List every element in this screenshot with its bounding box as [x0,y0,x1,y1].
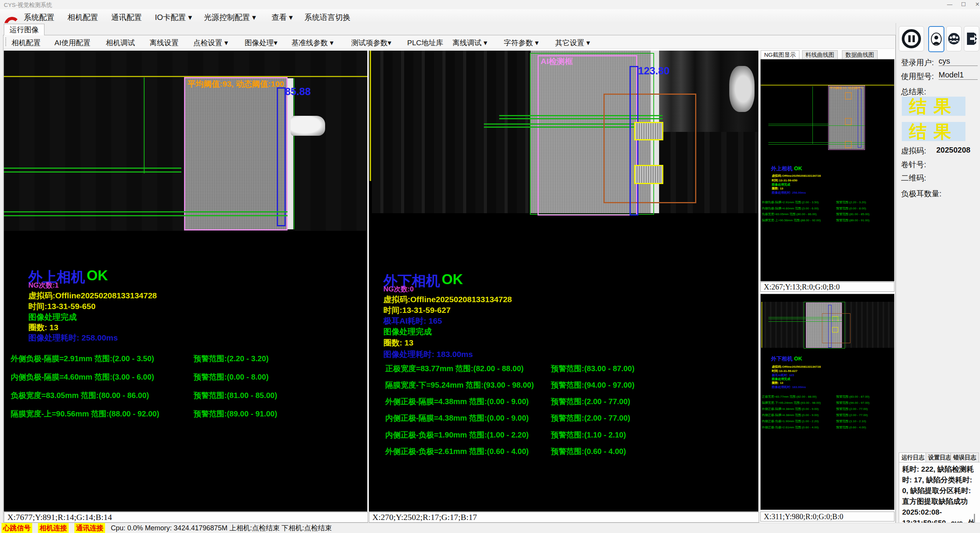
edge-line-yellow [370,51,371,181]
measurement-row: 负极宽度=83.05mm 范围:(80.00 - 86.00) [11,390,149,401]
mini-measurement: 内侧正极-负极=1.90mm 范围:(1.00 - 2.20) [762,419,819,423]
mini-time: 时间:13-31-59-627 [772,369,797,373]
tool-other-settings[interactable]: 其它设置 ▾ [554,37,592,49]
log-line: 耗时: 222, 缺陷检测耗时: 17, 缺陷分类耗时: 0, 缺陷提取分区耗时… [902,464,979,507]
menu-io-config[interactable]: IO卡配置 ▾ [153,12,194,23]
menu-camera-config[interactable]: 相机配置 [66,12,100,23]
right-camera-view[interactable]: AI检测框 123.80 外下相机 OK NG次数:0 虚拟码:Offline2… [369,51,758,512]
toolbar-grip-handle[interactable] [5,38,7,46]
tab-run-image[interactable]: 运行图像 [4,24,44,36]
measurement-warn: 预警范围:(0.00 - 8.00) [194,372,269,382]
tool-ai-config[interactable]: AI使用配置 [53,37,92,49]
tool-image-process[interactable]: 图像处理▾ [243,37,279,49]
left-camera-view[interactable]: 平均阈值:93, 动态阈值:100 85.88 外上相机 OK NG次数:1 虚… [4,51,367,512]
tool-baseline-params[interactable]: 基准线参数 ▾ [290,37,335,49]
reference-line-green [4,168,181,169]
measurement-warn: 预警范围:(83.00 - 87.00) [551,364,635,374]
qr-code-label: 二维码: [901,173,926,183]
tab-line-curve[interactable]: 料线曲线图 [802,50,838,59]
tab-settings-log[interactable]: 设置日志 [926,452,954,462]
reference-line-green [4,215,288,216]
detect-roi-box [184,77,288,230]
ng-thumb1-coordinate: X:267;Y:13;R:0;G:0;B:0 [760,282,894,292]
mini-measurement: 预警范围:(2.00 - 77.00) [836,413,868,417]
mini-measurement: 预警范围:(1.10 - 2.10) [836,419,866,423]
tab-error-log[interactable]: 错误日志 [950,452,979,462]
menu-language-switch[interactable]: 系统语言切换 [303,12,352,23]
pause-button[interactable] [899,26,924,51]
width-measure-box [277,87,286,226]
left-coordinate-bar: X:7677;Y:891;R:14;G:14;B:14 [4,512,368,523]
reference-line-green [4,211,288,212]
ng-thumb2-coordinate: X:311;Y:980;R:0;G:0;B:0 [760,512,894,521]
capture-time: 时间:13-31-59-627 [383,305,451,316]
menu-light-config[interactable]: 光源控制配置 ▾ [202,12,258,23]
mini-measurement: 外侧正极-负极=2.61mm 范围:(0.60 - 4.00) [762,425,819,429]
tab-run-log[interactable]: 运行日志 [899,452,927,462]
image-texture [372,51,531,213]
tool-plc-address[interactable]: PLC地址库 [406,37,445,49]
exit-button[interactable] [964,26,979,51]
result-badge-lower: 结果 [902,122,965,141]
width-value-overlay: 85.88 [285,86,311,98]
user-icon [931,32,942,48]
measurement-warn: 预警范围:(89.00 - 91.00) [194,409,277,419]
mini-defect-box [845,118,852,125]
tool-char-params[interactable]: 字符参数 ▾ [502,37,540,49]
ng-thumbnail-upper[interactable]: 平均阈值:93, 动态阈值:100 外上相机 OK 虚拟码:Offline202… [760,59,894,281]
user-button[interactable] [928,26,944,52]
minimize-button[interactable]: — [944,0,955,8]
measurement-row: 正极宽度=83.77mm 范围:(82.00 - 88.00) [385,364,524,374]
tool-offline-settings[interactable]: 离线设置 [148,37,180,49]
tool-camera-debug[interactable]: 相机调试 [104,37,136,49]
mini-loop-count: 圈数: 13 [772,186,783,191]
width-value-overlay: 123.80 [638,65,670,77]
reference-line-yellow [761,85,894,86]
close-button[interactable]: ✕ [972,0,980,8]
menu-view[interactable]: 查看 ▾ [270,12,294,23]
capture-time: 时间:13-31-59-650 [28,301,95,312]
process-time: 图像处理耗时: 258.00ms [28,332,118,343]
mini-measurement: 预警范围:(83.00 - 87.00) [836,395,870,399]
total-result-label: 总结果: [901,87,926,97]
measurement-row: 隔膜宽度-上=90.56mm 范围:(88.00 - 92.00) [11,409,159,419]
model-value[interactable]: Model1 [939,71,978,80]
tab-ng-display[interactable]: NG截图显示 [761,50,799,59]
process-done: 图像处理完成 [28,312,77,322]
menu-system-config[interactable]: 系统配置 [22,12,56,23]
window-title: CYS-视觉检测系统 [4,2,52,9]
measurement-warn: 预警范围:(1.10 - 2.10) [551,430,626,440]
result-badge-upper: 结果 [902,97,965,116]
virtual-code-label: 虚拟码: [901,146,926,156]
roller-highlight [729,66,755,112]
menu-comm-config[interactable]: 通讯配置 [110,12,143,23]
toolbar [3,35,894,49]
pause-icon [902,29,921,48]
login-user-value[interactable]: cys [939,57,978,66]
reference-line-green [768,317,842,317]
maximize-button[interactable]: ☐ [958,0,969,8]
measurement-warn: 预警范围:(2.00 - 77.00) [551,396,630,407]
tab-detect-box [634,122,663,140]
status-bar: 心跳信号 相机连接 通讯连接 Cpu: 0.0% Memory: 3424.41… [0,523,980,533]
ng-thumbnail-lower[interactable]: 外下相机 OK 虚拟码:Offline20250208133134728 时间:… [760,294,894,510]
mini-measurement: 内侧负极-隔膜=4.60mm 范围:(3.00 - 6.00) [762,206,819,211]
measurement-row: 内侧正极-负极=1.90mm 范围:(1.00 - 2.20) [385,430,529,440]
tool-spot-check[interactable]: 点检设置 ▾ [192,37,230,49]
tab-data-curve[interactable]: 数据曲线图 [842,50,878,59]
tool-offline-debug[interactable]: 离线调试 ▾ [451,37,489,49]
measurement-warn: 预警范围:(2.00 - 77.00) [551,413,630,423]
mini-measurement: 预警范围:(89.00 - 91.00) [836,218,870,222]
tool-camera-config[interactable]: 相机配置 [10,37,42,49]
negative-tab-qty-label: 负极耳数量: [901,189,942,199]
users-button[interactable] [946,26,962,51]
tab-row [0,23,980,35]
mini-measurement: 隔膜宽度-下=95.24mm 范围:(93.00 - 98.00) [762,401,821,405]
mini-tab-box [832,327,838,332]
tool-test-params[interactable]: 测试项参数▾ [350,37,393,49]
loop-count: 圈数: 13 [28,322,58,333]
exit-icon [965,32,978,47]
heartbeat-status-badge: 心跳信号 [2,523,32,533]
virtual-code: 虚拟码:Offline20250208133134728 [28,290,157,301]
mini-measurement: 外侧正极-隔膜=4.38mm 范围:(0.00 - 9.00) [762,407,819,411]
